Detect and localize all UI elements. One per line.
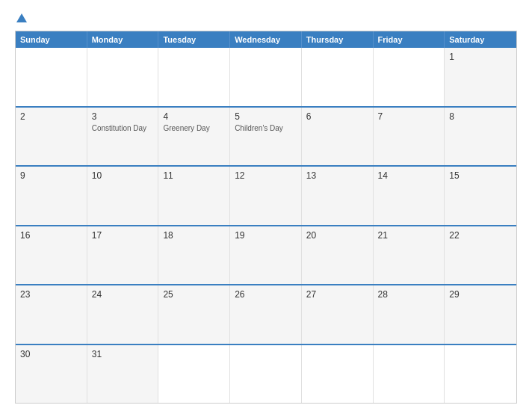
weekday-header-row: Sunday Monday Tuesday Wednesday Thursday… [16, 31, 516, 48]
cal-cell: 25 [158, 285, 230, 344]
header-saturday: Saturday [445, 31, 516, 48]
header-thursday: Thursday [302, 31, 374, 48]
cal-cell: 26 [230, 285, 302, 344]
cal-cell [302, 345, 374, 404]
day-number: 30 [20, 349, 82, 359]
cal-cell [230, 345, 302, 404]
header-sunday: Sunday [16, 31, 87, 48]
cal-cell: 24 [87, 285, 159, 344]
calendar-page: Sunday Monday Tuesday Wednesday Thursday… [0, 0, 532, 411]
cal-cell: 5Children's Day [230, 108, 302, 166]
cal-cell: 19 [230, 226, 302, 285]
cal-cell [158, 48, 230, 106]
cal-cell: 1 [445, 48, 516, 106]
week-row-2: 9101112131415 [16, 165, 516, 225]
header-wednesday: Wednesday [230, 31, 302, 48]
cal-cell: 27 [302, 285, 374, 344]
cal-cell [230, 48, 302, 106]
cal-cell [374, 48, 445, 106]
day-number: 13 [306, 170, 368, 181]
cal-cell: 22 [445, 226, 516, 285]
cal-cell: 30 [16, 345, 87, 404]
day-number: 1 [449, 52, 512, 62]
cal-cell: 2 [16, 108, 87, 166]
day-number: 20 [306, 230, 368, 241]
week-row-4: 23242526272829 [16, 284, 516, 344]
cal-cell: 15 [445, 167, 516, 225]
day-number: 24 [92, 289, 154, 300]
cal-cell: 31 [87, 345, 159, 404]
holiday-label: Greenery Day [163, 123, 225, 133]
cal-cell: 6 [302, 108, 374, 166]
cal-cell [87, 48, 159, 106]
day-number: 14 [378, 170, 440, 181]
day-number: 12 [235, 170, 297, 181]
cal-cell: 29 [445, 285, 516, 344]
day-number: 17 [92, 230, 154, 241]
cal-cell [158, 345, 230, 404]
day-number: 4 [163, 111, 225, 122]
week-row-3: 16171819202122 [16, 225, 516, 285]
holiday-label: Children's Day [235, 123, 297, 133]
header [15, 13, 517, 23]
cal-cell: 11 [158, 167, 230, 225]
day-number: 27 [306, 289, 368, 300]
calendar-grid: Sunday Monday Tuesday Wednesday Thursday… [15, 31, 517, 404]
day-number: 10 [92, 170, 154, 181]
cal-cell: 28 [374, 285, 445, 344]
day-number: 29 [449, 289, 512, 300]
logo-triangle-icon [16, 13, 27, 22]
header-tuesday: Tuesday [158, 31, 230, 48]
cal-cell [16, 48, 87, 106]
cal-cell: 3Constitution Day [87, 108, 159, 166]
cal-cell [445, 345, 516, 404]
cal-cell: 4Greenery Day [158, 108, 230, 166]
day-number: 26 [235, 289, 297, 300]
day-number: 11 [163, 170, 225, 181]
day-number: 18 [163, 230, 225, 241]
day-number: 25 [163, 289, 225, 300]
cal-cell: 16 [16, 226, 87, 285]
cal-cell: 13 [302, 167, 374, 225]
day-number: 9 [20, 170, 82, 181]
day-number: 16 [20, 230, 82, 241]
week-row-5: 3031 [16, 344, 516, 404]
calendar-body: 123Constitution Day4Greenery Day5Childre… [16, 48, 516, 403]
cal-cell: 23 [16, 285, 87, 344]
day-number: 6 [306, 111, 368, 122]
day-number: 21 [378, 230, 440, 241]
week-row-0: 1 [16, 48, 516, 106]
cal-cell: 9 [16, 167, 87, 225]
cal-cell: 14 [374, 167, 445, 225]
cal-cell: 8 [445, 108, 516, 166]
day-number: 15 [449, 170, 512, 181]
day-number: 8 [449, 111, 512, 122]
logo-blue-text [15, 13, 27, 23]
cal-cell [302, 48, 374, 106]
holiday-label: Constitution Day [92, 123, 154, 133]
cal-cell: 20 [302, 226, 374, 285]
day-number: 7 [378, 111, 440, 122]
cal-cell: 18 [158, 226, 230, 285]
day-number: 2 [20, 111, 82, 122]
day-number: 23 [20, 289, 82, 300]
logo [15, 13, 27, 23]
cal-cell: 12 [230, 167, 302, 225]
week-row-1: 23Constitution Day4Greenery Day5Children… [16, 106, 516, 166]
day-number: 22 [449, 230, 512, 241]
cal-cell: 21 [374, 226, 445, 285]
day-number: 5 [235, 111, 297, 122]
header-friday: Friday [374, 31, 445, 48]
cal-cell [374, 345, 445, 404]
day-number: 19 [235, 230, 297, 241]
cal-cell: 10 [87, 167, 159, 225]
day-number: 31 [92, 349, 154, 359]
day-number: 28 [378, 289, 440, 300]
header-monday: Monday [87, 31, 159, 48]
cal-cell: 17 [87, 226, 159, 285]
cal-cell: 7 [374, 108, 445, 166]
day-number: 3 [92, 111, 154, 122]
